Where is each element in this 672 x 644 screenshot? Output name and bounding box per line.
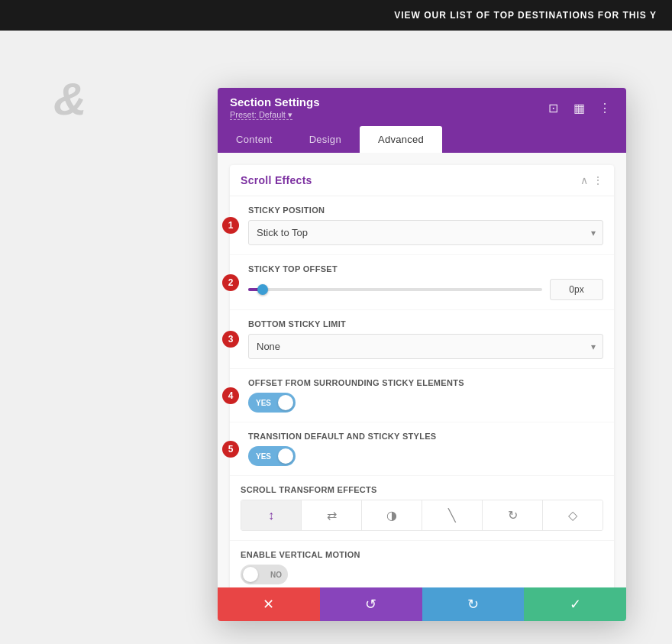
transform-scale-btn[interactable]: ◇ <box>543 500 603 530</box>
section-more-icon[interactable]: ⋮ <box>593 174 603 186</box>
transform-horizontal-btn[interactable]: ⇄ <box>302 500 362 530</box>
bottom-sticky-limit-label: Bottom Sticky Limit <box>248 319 603 328</box>
badge-3: 3 <box>222 331 239 348</box>
transform-motion-btn[interactable]: ↕ <box>241 500 302 530</box>
sticky-position-field: 1 Sticky Position None Stick to Top Stic… <box>230 196 614 255</box>
scroll-effects-panel: Scroll Effects ∧ ⋮ 1 Sticky Position Non… <box>230 165 614 587</box>
settings-icon[interactable]: ⊡ <box>544 99 562 117</box>
transition-styles-toggle[interactable]: YES <box>248 446 296 466</box>
transform-opacity-btn[interactable]: ◑ <box>362 500 422 530</box>
close-button[interactable]: ✕ <box>218 587 320 621</box>
transform-blur-btn[interactable]: ╲ <box>422 500 483 530</box>
offset-surrounding-toggle-row: YES <box>248 393 603 413</box>
more-icon[interactable]: ⋮ <box>596 99 614 117</box>
tab-advanced[interactable]: Advanced <box>360 126 442 153</box>
toggle-yes-label-2: YES <box>256 452 271 461</box>
top-banner: VIEW OUR LIST OF TOP DESTINATIONS FOR TH… <box>0 0 672 31</box>
redo-button[interactable]: ↻ <box>422 587 525 621</box>
badge-1: 1 <box>222 217 239 234</box>
modal-title: Section Settings <box>230 95 320 108</box>
sticky-position-select[interactable]: None Stick to Top Stick to Bottom <box>248 220 603 245</box>
modal-footer: ✕ ↺ ↻ ✓ <box>218 587 626 621</box>
sticky-top-offset-label: Sticky Top Offset <box>248 264 603 273</box>
toggle-knob <box>278 395 293 410</box>
section-settings-modal: Section Settings Preset: Default ▾ ⊡ ▦ ⋮… <box>218 88 626 621</box>
amp-logo: & <box>53 73 86 125</box>
slider-thumb[interactable] <box>257 284 268 295</box>
background-area: & Section Settings Preset: Default ▾ ⊡ ▦… <box>0 31 672 644</box>
offset-surrounding-toggle[interactable]: YES <box>248 393 296 413</box>
offset-surrounding-label: Offset From Surrounding Sticky Elements <box>248 378 603 387</box>
undo-button[interactable]: ↺ <box>320 587 422 621</box>
modal-header: Section Settings Preset: Default ▾ ⊡ ▦ ⋮ <box>218 88 626 126</box>
vertical-motion-label: Enable Vertical Motion <box>241 550 603 559</box>
sticky-top-offset-field: 2 Sticky Top Offset <box>230 255 614 310</box>
modal-preset[interactable]: Preset: Default ▾ <box>230 110 320 120</box>
sticky-position-label: Sticky Position <box>248 205 603 215</box>
offset-value-input[interactable] <box>550 279 603 300</box>
scroll-transform-field: Scroll Transform Effects ↕ ⇄ ◑ ╲ ↻ ◇ <box>230 476 614 541</box>
vertical-motion-field: Enable Vertical Motion NO <box>230 541 614 587</box>
badge-5: 5 <box>222 441 239 458</box>
toggle-no-label: NO <box>270 571 282 579</box>
scroll-transform-label: Scroll Transform Effects <box>241 485 603 494</box>
bottom-sticky-limit-select[interactable]: None Top of Element Bottom of Element <box>248 334 603 359</box>
slider-row <box>248 279 603 300</box>
bottom-sticky-limit-select-wrapper: None Top of Element Bottom of Element ▾ <box>248 334 603 359</box>
scroll-effects-header: Scroll Effects ∧ ⋮ <box>230 165 614 196</box>
save-button[interactable]: ✓ <box>524 587 626 621</box>
badge-4: 4 <box>222 387 239 404</box>
modal-body: Scroll Effects ∧ ⋮ 1 Sticky Position Non… <box>218 153 626 587</box>
preset-label[interactable]: Preset: Default ▾ <box>230 110 292 120</box>
toggle-knob-2 <box>278 448 293 464</box>
banner-text: VIEW OUR LIST OF TOP DESTINATIONS FOR TH… <box>394 10 657 21</box>
offset-surrounding-field: 4 Offset From Surrounding Sticky Element… <box>230 369 614 422</box>
tab-design[interactable]: Design <box>291 126 360 153</box>
transition-styles-toggle-row: YES <box>248 446 603 466</box>
collapse-icon[interactable]: ∧ <box>580 174 588 186</box>
modal-tabs: Content Design Advanced <box>218 126 626 153</box>
tab-content[interactable]: Content <box>218 126 291 153</box>
transition-styles-label: Transition Default and Sticky Styles <box>248 432 603 441</box>
toggle-no-knob <box>243 567 258 582</box>
bottom-sticky-limit-field: 3 Bottom Sticky Limit None Top of Elemen… <box>230 310 614 369</box>
modal-header-left: Section Settings Preset: Default ▾ <box>230 95 320 120</box>
modal-header-icons: ⊡ ▦ ⋮ <box>544 99 614 117</box>
vertical-motion-toggle[interactable]: NO <box>241 565 288 584</box>
transform-icons-row: ↕ ⇄ ◑ ╲ ↻ ◇ <box>241 500 603 531</box>
transition-styles-field: 5 Transition Default and Sticky Styles Y… <box>230 422 614 476</box>
badge-2: 2 <box>222 274 239 291</box>
toggle-yes-label: YES <box>256 399 271 407</box>
scroll-effects-title: Scroll Effects <box>241 174 312 186</box>
slider-track[interactable] <box>248 288 542 291</box>
transform-rotate-btn[interactable]: ↻ <box>483 500 543 530</box>
sticky-position-select-wrapper: None Stick to Top Stick to Bottom ▾ <box>248 220 603 245</box>
section-header-icons: ∧ ⋮ <box>580 174 603 186</box>
vertical-motion-toggle-row: NO <box>241 565 603 584</box>
columns-icon[interactable]: ▦ <box>570 99 588 117</box>
